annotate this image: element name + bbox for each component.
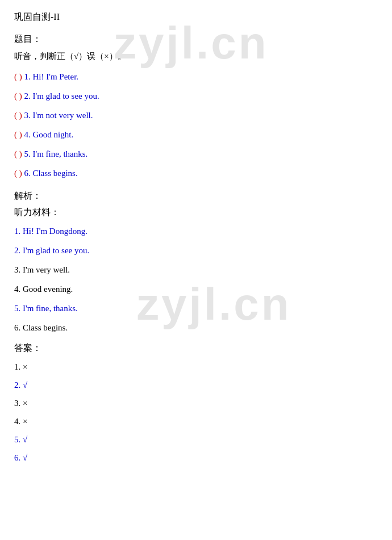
page-title: 巩固自测-II [14,11,378,23]
section-label: 题目： [14,34,378,45]
audio-item-1: 1. Hi! I'm Dongdong. [14,224,378,238]
audio-item-6: 6. Class begins. [14,321,378,334]
question-text-5: 5. I'm fine, thanks. [24,149,88,158]
question-item-3: ( ) 3. I'm not very well. [14,108,378,122]
question-text-6: 6. Class begins. [24,169,78,178]
question-item-6: ( ) 6. Class begins. [14,166,378,180]
paren-6: ( ) [14,169,22,178]
questions-list: ( ) 1. Hi! I'm Peter. ( ) 2. I'm glad to… [14,70,378,180]
paren-2: ( ) [14,91,22,101]
question-text-4: 4. Good night. [24,130,74,139]
question-text-1: 1. Hi! I'm Peter. [24,72,79,81]
audio-item-3: 3. I'm very well. [14,263,378,277]
question-item-4: ( ) 4. Good night. [14,128,378,141]
answer-item-5: 5. √ [14,433,378,446]
audio-items-list: 1. Hi! I'm Dongdong. 2. I'm glad to see … [14,224,378,334]
paren-4: ( ) [14,130,22,139]
answers-list: 1. × 2. √ 3. × 4. × 5. √ 6. √ [14,360,378,464]
paren-1: ( ) [14,72,22,81]
answer-item-1: 1. × [14,360,378,374]
main-content: 巩固自测-II 题目： 听音，判断正（√）误（×）。 ( ) 1. Hi! I'… [14,11,378,464]
question-item-1: ( ) 1. Hi! I'm Peter. [14,70,378,83]
audio-label: 听力材料： [14,207,378,219]
audio-item-2: 2. I'm glad to see you. [14,244,378,257]
paren-5: ( ) [14,149,22,158]
question-text-3: 3. I'm not very well. [24,111,93,120]
audio-item-4: 4. Good evening. [14,282,378,296]
answer-item-2: 2. √ [14,378,378,392]
answer-item-3: 3. × [14,396,378,410]
question-text-2: 2. I'm glad to see you. [24,91,99,101]
audio-item-5: 5. I'm fine, thanks. [14,302,378,315]
answer-item-6: 6. √ [14,451,378,464]
question-item-2: ( ) 2. I'm glad to see you. [14,89,378,103]
answers-label: 答案： [14,342,378,354]
question-item-5: ( ) 5. I'm fine, thanks. [14,147,378,161]
answer-item-4: 4. × [14,415,378,428]
paren-3: ( ) [14,111,22,120]
instruction-text: 听音，判断正（√）误（×）。 [14,51,378,62]
analysis-label: 解析： [14,190,378,202]
